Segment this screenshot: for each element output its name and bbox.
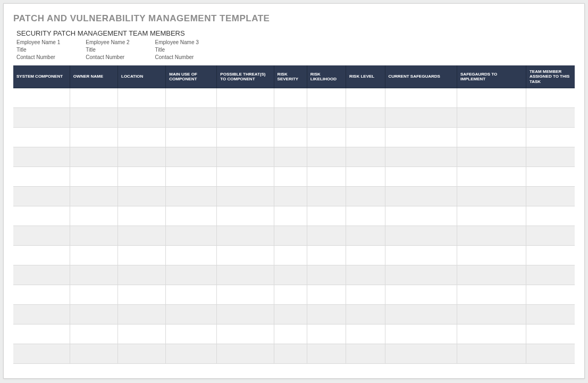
table-cell[interactable] <box>385 305 457 324</box>
table-cell[interactable] <box>70 226 117 246</box>
table-cell[interactable] <box>526 246 575 265</box>
table-cell[interactable] <box>13 88 70 108</box>
table-cell[interactable] <box>457 265 526 285</box>
table-cell[interactable] <box>385 265 457 285</box>
table-cell[interactable] <box>274 305 307 324</box>
table-cell[interactable] <box>307 344 346 364</box>
table-cell[interactable] <box>307 88 346 108</box>
table-cell[interactable] <box>385 108 457 128</box>
table-cell[interactable] <box>307 246 346 265</box>
table-cell[interactable] <box>457 88 526 108</box>
table-cell[interactable] <box>118 88 166 108</box>
table-cell[interactable] <box>274 128 307 147</box>
table-cell[interactable] <box>70 305 117 324</box>
table-cell[interactable] <box>13 147 70 167</box>
table-cell[interactable] <box>457 108 526 128</box>
table-cell[interactable] <box>70 108 117 128</box>
table-cell[interactable] <box>307 206 346 226</box>
table-cell[interactable] <box>166 88 217 108</box>
table-cell[interactable] <box>307 167 346 187</box>
table-cell[interactable] <box>70 344 117 364</box>
table-cell[interactable] <box>217 167 274 187</box>
table-cell[interactable] <box>70 324 117 344</box>
table-cell[interactable] <box>166 344 217 364</box>
table-cell[interactable] <box>118 187 166 206</box>
table-cell[interactable] <box>70 206 117 226</box>
table-cell[interactable] <box>70 246 117 265</box>
table-cell[interactable] <box>217 324 274 344</box>
table-cell[interactable] <box>217 187 274 206</box>
table-cell[interactable] <box>385 226 457 246</box>
table-cell[interactable] <box>166 147 217 167</box>
table-cell[interactable] <box>70 187 117 206</box>
table-cell[interactable] <box>526 226 575 246</box>
table-cell[interactable] <box>274 265 307 285</box>
table-cell[interactable] <box>346 344 385 364</box>
table-cell[interactable] <box>166 324 217 344</box>
table-cell[interactable] <box>217 246 274 265</box>
table-cell[interactable] <box>307 226 346 246</box>
table-cell[interactable] <box>526 108 575 128</box>
table-cell[interactable] <box>13 226 70 246</box>
table-cell[interactable] <box>70 285 117 305</box>
table-cell[interactable] <box>274 226 307 246</box>
table-cell[interactable] <box>118 226 166 246</box>
table-cell[interactable] <box>526 187 575 206</box>
table-cell[interactable] <box>217 147 274 167</box>
table-cell[interactable] <box>118 167 166 187</box>
table-cell[interactable] <box>274 88 307 108</box>
table-cell[interactable] <box>526 344 575 364</box>
table-cell[interactable] <box>166 285 217 305</box>
table-cell[interactable] <box>385 324 457 344</box>
table-cell[interactable] <box>385 147 457 167</box>
table-cell[interactable] <box>526 285 575 305</box>
table-cell[interactable] <box>274 108 307 128</box>
table-cell[interactable] <box>274 206 307 226</box>
table-cell[interactable] <box>307 265 346 285</box>
table-cell[interactable] <box>526 324 575 344</box>
table-cell[interactable] <box>13 187 70 206</box>
table-cell[interactable] <box>70 167 117 187</box>
table-cell[interactable] <box>13 108 70 128</box>
table-cell[interactable] <box>385 246 457 265</box>
table-cell[interactable] <box>346 147 385 167</box>
table-cell[interactable] <box>274 324 307 344</box>
table-cell[interactable] <box>13 344 70 364</box>
table-cell[interactable] <box>385 88 457 108</box>
table-cell[interactable] <box>526 128 575 147</box>
table-cell[interactable] <box>346 246 385 265</box>
table-cell[interactable] <box>346 128 385 147</box>
table-cell[interactable] <box>385 206 457 226</box>
table-cell[interactable] <box>526 305 575 324</box>
table-cell[interactable] <box>70 265 117 285</box>
table-cell[interactable] <box>166 246 217 265</box>
table-cell[interactable] <box>385 187 457 206</box>
table-cell[interactable] <box>385 285 457 305</box>
table-cell[interactable] <box>346 265 385 285</box>
table-cell[interactable] <box>526 88 575 108</box>
table-cell[interactable] <box>166 265 217 285</box>
table-cell[interactable] <box>307 147 346 167</box>
table-cell[interactable] <box>457 226 526 246</box>
table-cell[interactable] <box>526 265 575 285</box>
table-cell[interactable] <box>118 128 166 147</box>
table-cell[interactable] <box>457 167 526 187</box>
table-cell[interactable] <box>457 246 526 265</box>
table-cell[interactable] <box>166 128 217 147</box>
table-cell[interactable] <box>385 344 457 364</box>
table-cell[interactable] <box>118 206 166 226</box>
table-cell[interactable] <box>346 167 385 187</box>
table-cell[interactable] <box>118 324 166 344</box>
table-cell[interactable] <box>13 246 70 265</box>
table-cell[interactable] <box>13 167 70 187</box>
table-cell[interactable] <box>385 128 457 147</box>
table-cell[interactable] <box>346 324 385 344</box>
table-cell[interactable] <box>70 128 117 147</box>
table-cell[interactable] <box>457 128 526 147</box>
table-cell[interactable] <box>307 285 346 305</box>
table-cell[interactable] <box>118 305 166 324</box>
table-cell[interactable] <box>166 206 217 226</box>
table-cell[interactable] <box>457 324 526 344</box>
table-cell[interactable] <box>346 285 385 305</box>
table-cell[interactable] <box>307 108 346 128</box>
